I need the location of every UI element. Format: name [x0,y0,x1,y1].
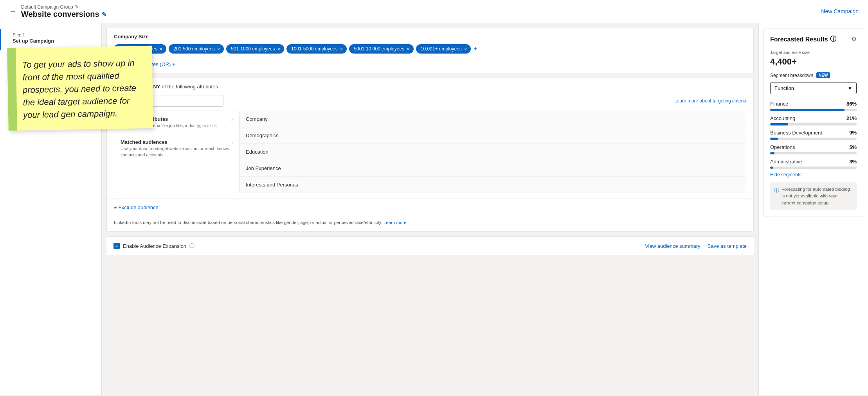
tag-label: 501-1000 employees [231,46,275,52]
attr-right-item[interactable]: Company [240,111,746,127]
segment-row: Accounting 21% [770,113,857,125]
segment-name: Business Development [770,130,822,136]
back-button[interactable]: ← [9,7,16,16]
campaign-group-label: Default Campaign Group ✎ [21,4,107,10]
tag-remove-icon[interactable]: × [340,47,343,52]
main-layout: Step 1 Set up Campaign To get your ads t… [0,23,868,395]
segment-label-row: Finance 86% [770,99,857,109]
page-title-edit-icon[interactable]: ✎ [102,11,107,18]
segment-name: Operations [770,144,795,150]
segment-bar-bg [770,167,857,169]
forecast-title-text: Forecasted Results [770,36,828,43]
company-size-tag: 201-500 employees× [169,44,224,54]
segment-breakdown-row: Segment breakdown NEW [770,72,857,78]
add-attributes-plus-icon: + [172,61,175,67]
segment-label-row: Administrative 3% [770,157,857,167]
save-template-link[interactable]: Save as template [708,243,747,249]
tag-remove-icon[interactable]: × [407,47,410,52]
segment-row: Finance 86% [770,99,857,111]
tag-remove-icon[interactable]: × [217,47,220,52]
hide-segments-link[interactable]: Hide segments [770,172,857,177]
and-label: AND also have ANY of the following attri… [107,78,753,93]
attr-item-arrow-icon: › [231,117,233,122]
help-icon[interactable]: ⓘ [189,242,194,249]
segments-container: Finance 86% Accounting 21% Business Deve… [770,99,857,169]
sticky-note-wrapper: To get your ads to show up in front of t… [8,47,153,129]
disclaimer-text: LinkedIn tools may not be used to discri… [107,216,753,231]
exclude-row: + Exclude audience [107,199,753,216]
add-tag-button[interactable]: + [473,45,477,53]
segment-bar-row [770,167,857,169]
segment-bar-fill [770,123,788,125]
search-bar-row: 🔍 Learn more about targeting criteria [107,93,753,111]
campaign-group-name: Default Campaign Group [21,4,73,10]
attr-right-item[interactable]: Demographics [240,127,746,144]
segment-bar-bg [770,138,857,140]
segment-pct: 86% [846,101,857,107]
forecast-settings-icon[interactable]: ⚙ [851,36,857,43]
campaign-group-edit-icon[interactable]: ✎ [75,4,79,10]
enable-expansion-label: Enable Audience Expansion [123,243,186,249]
segment-bar-fill [770,138,778,140]
segment-row: Business Development 9% [770,128,857,140]
add-attributes-button[interactable]: Add more attributes (OR) + [107,59,753,73]
tag-remove-icon[interactable]: × [464,47,467,52]
tag-label: 5001-10,000 employees [354,46,404,52]
sticky-note: To get your ads to show up in front of t… [7,46,153,131]
new-badge: NEW [816,72,830,78]
segment-breakdown-label: Segment breakdown [770,73,813,78]
segment-bar-fill [770,109,845,111]
learn-more-disclaimer-link[interactable]: Learn more [384,220,407,225]
step-label: Step 1 [6,32,95,37]
segment-bar-bg [770,109,857,111]
segment-bar-bg [770,123,857,125]
function-dropdown-value: Function [774,85,794,91]
target-audience-size: 4,400+ [770,57,857,67]
attr-right-item[interactable]: Interests and Personas [240,177,746,193]
breadcrumb-group: Default Campaign Group ✎ Website convers… [21,4,107,19]
page-title: Website conversions ✎ [21,10,107,19]
chevron-down-icon: ▼ [848,86,852,91]
tags-row: 51-200 employees×201-500 employees×501-1… [107,43,753,59]
forecast-note: ⓘ Forecasting for automated bidding is n… [770,182,857,210]
enable-expansion-checkbox[interactable]: ✓ [113,243,120,249]
segment-name: Finance [770,101,788,107]
info-icon: ⓘ [774,186,779,206]
segment-bar-row [770,123,857,125]
segment-name: Administrative [770,159,802,165]
attr-right-item[interactable]: Education [240,144,746,160]
forecast-help-icon[interactable]: ⓘ [830,35,836,43]
page-title-text: Website conversions [21,10,99,19]
segment-row: Operations 5% [770,142,857,154]
bottom-actions: View audience summary Save as template [645,243,747,249]
tag-remove-icon[interactable]: × [277,47,280,52]
attr-right-panel: CompanyDemographicsEducationJob Experien… [240,111,746,193]
forecast-header: Forecasted Results ⓘ ⚙ [770,35,857,43]
new-campaign-button[interactable]: New Campaign [821,8,859,14]
target-audience-label: Target audience size [770,50,810,55]
sticky-note-text: To get your ads to show up in front of t… [18,57,142,121]
attr-right-item[interactable]: Job Experience [240,160,746,177]
exclude-audience-button[interactable]: + Exclude audience [114,204,746,210]
segment-label-row: Accounting 21% [770,113,857,123]
function-dropdown[interactable]: Function ▼ [770,82,857,94]
tag-label: 10,001+ employees [421,46,462,52]
segment-pct: 3% [849,159,857,165]
top-bar-left: ← Default Campaign Group ✎ Website conve… [9,4,107,19]
segment-bar-fill [770,152,774,154]
segment-bar-fill [770,167,773,169]
segment-bar-row [770,152,857,154]
company-size-tag: 10,001+ employees× [416,44,471,54]
view-audience-summary-link[interactable]: View audience summary [645,243,700,249]
tag-label: 1001-5000 employees [291,46,338,52]
learn-more-link[interactable]: Learn more about targeting criteria [674,98,746,104]
segment-pct: 9% [849,130,857,136]
segment-row: Administrative 3% [770,157,857,169]
segment-name: Accounting [770,115,795,121]
segment-pct: 5% [849,144,857,150]
tag-remove-icon[interactable]: × [160,47,163,52]
top-bar: ← Default Campaign Group ✎ Website conve… [0,0,868,23]
forecast-card: Forecasted Results ⓘ ⚙ Target audience s… [764,29,863,217]
company-size-header: Company Size [107,28,753,43]
matched-audiences-item[interactable]: Matched audiences › Use your data to ret… [114,134,239,163]
